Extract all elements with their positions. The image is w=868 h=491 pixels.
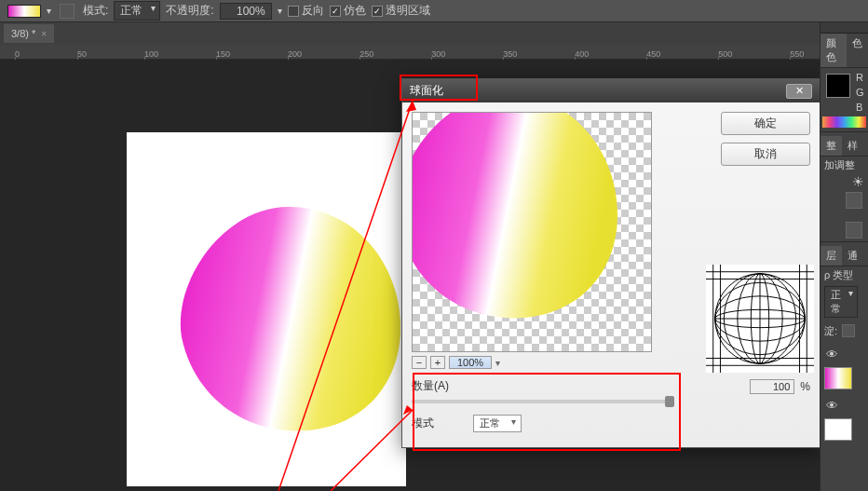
foreground-swatch[interactable] xyxy=(826,74,850,98)
slider-thumb[interactable] xyxy=(665,396,674,407)
lock-transparency-icon[interactable] xyxy=(842,324,855,337)
g-label: G xyxy=(856,87,864,98)
cancel-button[interactable]: 取消 xyxy=(721,143,810,166)
add-adjustment-label: 加调整 xyxy=(821,157,868,174)
options-bar: ▾ 模式: 正常 不透明度: 100% ▾ 反向 ✓ 仿色 ✓ 透明区域 xyxy=(0,0,868,22)
color-spectrum[interactable] xyxy=(822,116,866,128)
amount-label: 数量(A) xyxy=(412,378,468,394)
gradient-preset[interactable] xyxy=(7,5,41,18)
ok-button[interactable]: 确定 xyxy=(721,112,810,135)
opacity-label: 不透明度: xyxy=(166,3,213,19)
layer-kind-filter[interactable]: ρ 类型 xyxy=(821,266,868,284)
dither-checkbox[interactable]: ✓ 仿色 xyxy=(330,3,366,19)
close-icon[interactable]: × xyxy=(41,29,47,39)
gradient-shape xyxy=(168,198,410,440)
amount-slider[interactable] xyxy=(412,400,674,403)
checkbox-icon: ✓ xyxy=(330,6,341,17)
panel-tab-color[interactable]: 颜色 xyxy=(821,34,847,67)
chevron-down-icon[interactable]: ▾ xyxy=(495,358,500,368)
artboard xyxy=(127,132,406,486)
zoom-out-button[interactable]: − xyxy=(412,356,427,369)
visibility-icon[interactable]: 👁 xyxy=(826,348,838,361)
amount-unit: % xyxy=(800,380,810,393)
transparency-checkbox[interactable]: ✓ 透明区域 xyxy=(372,3,430,19)
mode-label: 模式: xyxy=(83,3,108,19)
document-tab-name: 3/8) * xyxy=(11,28,35,39)
preview-shape xyxy=(412,112,627,327)
chevron-down-icon[interactable]: ▾ xyxy=(278,6,282,16)
close-icon[interactable]: ✕ xyxy=(786,84,812,99)
opacity-input[interactable]: 100% xyxy=(220,3,272,20)
lock-label: 淀: xyxy=(824,324,837,338)
chevron-down-icon[interactable]: ▾ xyxy=(47,6,51,16)
right-panels: 颜色 色 R G B 整 样 加调整 ☀ 层 通 ρ 类型 正常 xyxy=(820,22,868,491)
zoom-in-button[interactable]: + xyxy=(430,356,445,369)
dialog-titlebar[interactable]: 球面化 ✕ xyxy=(402,79,820,102)
layer-row[interactable]: 👁 xyxy=(821,393,868,444)
layer-thumbnail[interactable] xyxy=(824,418,852,441)
dialog-preview[interactable] xyxy=(412,112,652,352)
dialog-mode-label: 模式 xyxy=(412,416,468,431)
panel-tab-channels[interactable]: 通 xyxy=(842,246,863,266)
b-label: B xyxy=(856,102,864,113)
document-tabs: 3/8) * × xyxy=(0,22,868,45)
mode-dropdown[interactable]: 正常 xyxy=(114,1,160,20)
adjustment-preset-icon[interactable] xyxy=(846,192,862,209)
dialog-title: 球面化 xyxy=(410,83,443,99)
panel-grip-icon[interactable] xyxy=(821,22,868,34)
visibility-icon[interactable]: 👁 xyxy=(826,399,838,413)
ruler-horizontal: 0 50 100 150 200 250 300 350 400 450 500… xyxy=(0,45,868,60)
brightness-icon[interactable]: ☀ xyxy=(852,174,864,189)
layer-row[interactable]: 👁 xyxy=(821,342,868,393)
dialog-mode-dropdown[interactable]: 正常 xyxy=(473,415,522,432)
panel-tab-layers[interactable]: 层 xyxy=(821,246,842,266)
panel-tab-adjustments[interactable]: 整 xyxy=(821,136,842,156)
zoom-value[interactable]: 100% xyxy=(449,356,492,369)
checkbox-icon: ✓ xyxy=(372,6,383,17)
document-tab[interactable]: 3/8) * × xyxy=(4,24,54,43)
sphere-wireframe-icon xyxy=(706,265,814,373)
layer-thumbnail[interactable] xyxy=(824,367,852,389)
panel-tab-styles[interactable]: 样 xyxy=(842,136,863,156)
reverse-checkbox[interactable]: 反向 xyxy=(288,3,324,19)
blend-mode-dropdown[interactable]: 正常 xyxy=(824,286,858,318)
r-label: R xyxy=(856,72,864,83)
spherize-dialog: 球面化 ✕ xyxy=(401,78,821,448)
amount-input[interactable]: 100 xyxy=(750,379,794,394)
panel-tab-swatches[interactable]: 色 xyxy=(847,34,868,67)
gradient-type-linear-icon[interactable] xyxy=(60,4,75,19)
adjustment-preset-icon[interactable] xyxy=(846,222,862,239)
checkbox-icon xyxy=(288,6,299,17)
